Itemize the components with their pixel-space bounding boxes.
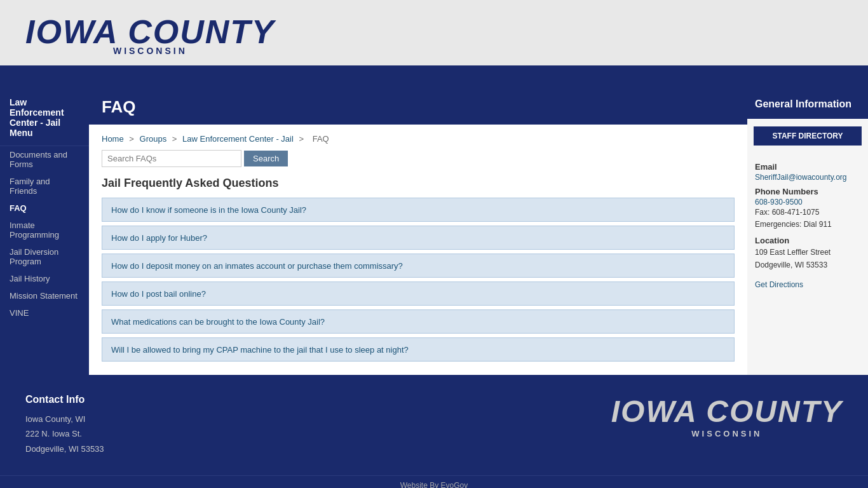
search-input[interactable] [102,150,241,167]
site-title: IOWA COUNTY [25,13,275,50]
faq-item-2: How do I apply for Huber? [102,226,735,250]
info-block: Email SheriffJail@iowacounty.org Phone N… [747,153,868,293]
email-link[interactable]: SheriffJail@iowacounty.org [755,173,846,182]
right-sidebar: General Information STAFF DIRECTORY Emai… [747,90,868,375]
breadcrumb-home[interactable]: Home [102,134,124,144]
faq-link-4[interactable]: How do I post bail online? [111,289,206,299]
address-line2: Dodgeville, WI 53533 [755,259,860,271]
nav-bar [0,65,868,90]
breadcrumb-groups[interactable]: Groups [140,134,167,144]
footer-logo: IOWA COUNTY WISCONSIN [611,394,843,438]
sidebar-item-history[interactable]: Jail History [0,270,89,287]
phone-fax: Fax: 608-471-1075 [755,207,860,219]
phone-main-link[interactable]: 608-930-9500 [755,198,803,207]
sidebar-link-history[interactable]: Jail History [10,274,50,283]
sidebar-nav: Documents and Forms Family and Friends F… [0,146,89,322]
phone-label: Phone Numbers [755,187,860,196]
faq-link-2[interactable]: How do I apply for Huber? [111,233,207,243]
faq-item-5: What medications can be brought to the I… [102,309,735,334]
footer-contact-line3: Dodgeville, WI 53533 [25,442,104,456]
search-button[interactable]: Search [244,151,288,166]
footer-logo-subtitle: WISCONSIN [611,429,843,438]
breadcrumb-sep-2: > [172,134,179,144]
content-header: FAQ [89,90,747,125]
sidebar-item-documents[interactable]: Documents and Forms [0,146,89,173]
content-area: FAQ Home > Groups > Law Enforcement Cent… [89,90,747,375]
sidebar-link-faq[interactable]: FAQ [10,203,27,213]
address-line1: 109 East Leffler Street [755,247,860,259]
sidebar-link-documents[interactable]: Documents and Forms [10,150,67,169]
content-body: Home > Groups > Law Enforcement Center -… [89,125,747,375]
header-logo: IOWA COUNTY WISCONSIN [25,13,275,56]
faq-item-1: How do I know if someone is in the Iowa … [102,198,735,222]
phone-emergency: Emergencies: Dial 911 [755,219,860,231]
breadcrumb-lec[interactable]: Law Enforcement Center - Jail [182,134,294,144]
left-sidebar: Law Enforcement Center - Jail Menu Docum… [0,90,89,375]
sidebar-item-family[interactable]: Family and Friends [0,173,89,200]
footer-contact-title: Contact Info [25,394,104,405]
footer: Contact Info Iowa County, WI 222 N. Iowa… [0,375,868,475]
sidebar-link-mission[interactable]: Mission Statement [10,291,78,301]
location-label: Location [755,236,860,245]
main-wrapper: Law Enforcement Center - Jail Menu Docum… [0,90,868,375]
website-credit: Website By EvoGov [400,481,468,488]
right-sidebar-title: General Information [747,90,868,119]
faq-link-1[interactable]: How do I know if someone is in the Iowa … [111,205,306,215]
sidebar-item-diversion[interactable]: Jail Diversion Program [0,243,89,270]
faq-item-3: How do I deposit money on an inmates acc… [102,254,735,278]
header: IOWA COUNTY WISCONSIN [0,0,868,65]
sidebar-link-family[interactable]: Family and Friends [10,177,50,196]
sidebar-title: Law Enforcement Center - Jail Menu [0,90,89,146]
directions-link[interactable]: Get Directions [755,280,803,289]
footer-contact-line1: Iowa County, WI [25,412,104,426]
breadcrumb-sep-1: > [129,134,136,144]
footer-contact: Contact Info Iowa County, WI 222 N. Iowa… [25,394,104,456]
email-label: Email [755,162,860,172]
sidebar-item-faq[interactable]: FAQ [0,200,89,217]
sidebar-item-inmate[interactable]: Inmate Programming [0,217,89,243]
footer-logo-title: IOWA COUNTY [611,394,843,429]
sidebar-item-vine[interactable]: VINE [0,304,89,322]
faq-link-3[interactable]: How do I deposit money on an inmates acc… [111,261,403,271]
footer-contact-line2: 222 N. Iowa St. [25,426,104,441]
search-bar: Search [102,150,735,167]
breadcrumb-sep-3: > [299,134,306,144]
faq-item-6: Will I be allowed to bring my CPAP machi… [102,337,735,362]
page-title: FAQ [102,97,735,117]
faq-link-6[interactable]: Will I be allowed to bring my CPAP machi… [111,345,409,355]
faq-link-5[interactable]: What medications can be brought to the I… [111,317,325,327]
sidebar-link-inmate[interactable]: Inmate Programming [10,220,59,240]
footer-bottom: Website By EvoGov [0,475,868,488]
sidebar-link-vine[interactable]: VINE [10,308,29,318]
sidebar-link-diversion[interactable]: Jail Diversion Program [10,247,58,266]
breadcrumb: Home > Groups > Law Enforcement Center -… [102,134,735,144]
sidebar-item-mission[interactable]: Mission Statement [0,287,89,304]
breadcrumb-faq: FAQ [313,134,329,144]
faq-section-title: Jail Frequently Asked Questions [102,177,735,190]
staff-directory-button[interactable]: STAFF DIRECTORY [754,126,862,146]
faq-item-4: How do I post bail online? [102,281,735,306]
